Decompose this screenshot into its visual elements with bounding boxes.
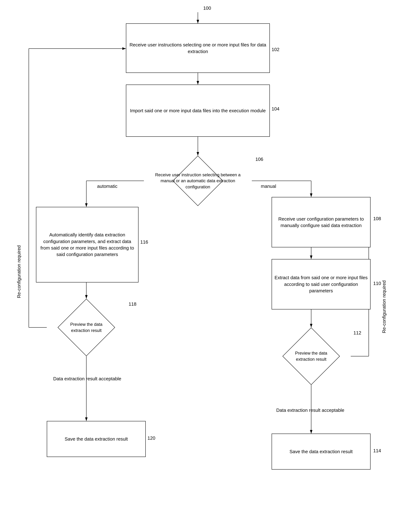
flowchart-diagram: 100 Receive user instructions selecting …: [0, 0, 420, 505]
label-automatic: automatic: [97, 183, 118, 189]
ref-100: 100: [203, 5, 211, 11]
label-acceptable-left: Data extraction result acceptable: [47, 376, 128, 382]
box-108: Receive user configuration parameters to…: [272, 197, 370, 247]
ref-116: 116: [140, 239, 148, 245]
box-102: Receive user instructions selecting one …: [126, 23, 270, 73]
ref-110: 110: [373, 281, 381, 286]
label-reconfig-left: Re-configuration required: [16, 216, 22, 328]
ref-120: 120: [148, 435, 155, 441]
box-110: Extract data from said one or more input…: [272, 259, 370, 309]
diamond-106: Receive user instruction selecting betwe…: [144, 156, 252, 206]
box-114: Save the data extraction result: [272, 434, 370, 470]
ref-106: 106: [255, 157, 263, 162]
ref-118: 118: [129, 301, 136, 307]
label-manual: manual: [261, 183, 276, 189]
label-reconfig-right: Re-configuration required: [381, 257, 387, 356]
diamond-118: Preview the data extraction result: [47, 299, 126, 356]
box-116: Automatically identify data extraction c…: [36, 207, 138, 283]
ref-112: 112: [353, 330, 361, 336]
ref-104: 104: [272, 106, 279, 112]
box-104: Import said one or more input data files…: [126, 85, 270, 137]
ref-114: 114: [373, 448, 381, 454]
ref-108: 108: [373, 216, 381, 221]
ref-102: 102: [272, 47, 279, 52]
box-120: Save the data extraction result: [47, 421, 146, 457]
diamond-112: Preview the data extraction result: [272, 328, 351, 385]
label-acceptable-right: Data extraction result acceptable: [270, 408, 351, 413]
